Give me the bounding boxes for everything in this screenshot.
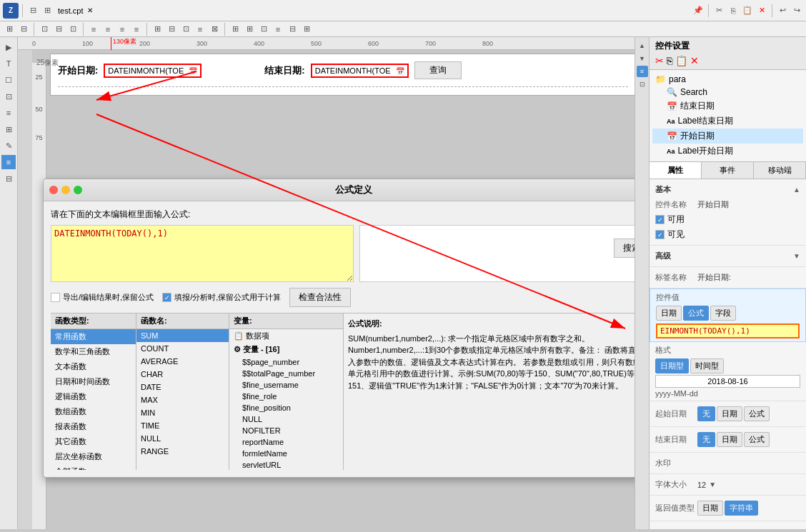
tab-mobile[interactable]: 移动端 — [754, 162, 806, 179]
var-servleturl[interactable]: servletURL — [229, 459, 343, 470]
end-none-btn[interactable]: 无 — [697, 432, 715, 447]
func-type-math[interactable]: 数学和三角函数 — [51, 344, 136, 359]
tb20[interactable]: ⊞ — [300, 23, 313, 36]
var-nofilter[interactable]: NOFILTER — [229, 425, 343, 436]
section-basic-arrow[interactable]: ▲ — [793, 186, 800, 194]
start-formula-btn[interactable]: 公式 — [744, 406, 770, 421]
tb18[interactable]: ≡ — [272, 23, 284, 36]
start-date-btn[interactable]: 日期 — [717, 406, 742, 421]
func-type-other[interactable]: 其它函数 — [51, 434, 136, 449]
grid-btn[interactable]: ⊞ — [3, 23, 16, 36]
tree-item-start-date[interactable]: 📅 开始日期 — [652, 129, 803, 144]
grid-btn2[interactable]: ⊟ — [17, 23, 30, 36]
formula-text-input[interactable]: DATEINMONTH(TODAY(),1) — [51, 225, 354, 282]
func-name-range[interactable]: RANGE — [136, 445, 229, 458]
var-data-items[interactable]: 📋 数据项 — [229, 329, 343, 343]
var-username[interactable]: $fine_username — [229, 379, 343, 391]
tb15[interactable]: ⊞ — [229, 23, 242, 36]
tb12[interactable]: ⊡ — [179, 23, 192, 36]
func-type-logic[interactable]: 逻辑函数 — [51, 389, 136, 404]
toolbar-undo[interactable]: ↩ — [776, 4, 789, 17]
usable-checkbox[interactable] — [655, 215, 665, 224]
vert-btn-3[interactable]: ≡ — [637, 66, 648, 77]
ctrl-formula-input[interactable]: EINMONTH(TODAY(),1) — [656, 323, 800, 338]
tb19[interactable]: ⊟ — [286, 23, 299, 36]
toolbar-copy[interactable]: ⎘ — [727, 4, 740, 17]
var-formletname[interactable]: formletName — [229, 448, 343, 459]
func-type-date[interactable]: 日期和时间函数 — [51, 374, 136, 389]
func-name-char[interactable]: CHAR — [136, 368, 229, 381]
func-type-text[interactable]: 文本函数 — [51, 359, 136, 374]
func-name-average[interactable]: AVERAGE — [136, 355, 229, 368]
end-date-icon[interactable]: 📅 — [396, 67, 404, 75]
left-btn-1[interactable]: ▶ — [1, 40, 16, 54]
ctrl-value-formula-tab[interactable]: 公式 — [683, 306, 709, 321]
tb6[interactable]: ≡ — [87, 23, 100, 36]
left-btn-7[interactable]: ✎ — [1, 139, 16, 153]
panel-copy-icon[interactable]: ⎘ — [667, 55, 672, 66]
tb9[interactable]: ≡ — [130, 23, 143, 36]
tb14[interactable]: ⊠ — [208, 23, 221, 36]
tab-events[interactable]: 事件 — [702, 162, 754, 179]
tb11[interactable]: ⊟ — [165, 23, 178, 36]
var-total-page[interactable]: $$totalPage_number — [229, 368, 343, 379]
toolbar-btn-1[interactable]: ⊟ — [26, 4, 39, 17]
func-name-min[interactable]: MIN — [136, 406, 229, 419]
left-btn-5[interactable]: ≡ — [1, 106, 16, 120]
func-type-all[interactable]: 全部函数 — [51, 464, 136, 470]
start-date-widget[interactable]: DATEINMONTH(TOE 📅 — [104, 64, 201, 78]
ctrl-value-field-tab[interactable]: 字段 — [710, 306, 736, 321]
format-time-type[interactable]: 时间型 — [690, 358, 724, 373]
tb7[interactable]: ≡ — [101, 23, 114, 36]
var-page-number[interactable]: $$page_number — [229, 356, 343, 368]
func-name-date[interactable]: DATE — [136, 381, 229, 393]
tree-item-label-end[interactable]: Aa Label结束日期 — [652, 114, 803, 129]
vert-btn-2[interactable]: ▼ — [637, 53, 648, 64]
tree-item-para[interactable]: 📁 para — [652, 73, 803, 86]
var-group-vars[interactable]: ⚙ 变量 - [16] — [229, 343, 343, 356]
tree-item-search[interactable]: 🔍 Search — [652, 86, 803, 99]
toolbar-paste[interactable]: 📋 — [741, 4, 754, 17]
visible-checkbox[interactable] — [655, 230, 665, 239]
ctrl-value-date-tab[interactable]: 日期 — [656, 306, 682, 321]
tb17[interactable]: ⊡ — [257, 23, 270, 36]
tb4[interactable]: ⊟ — [52, 23, 65, 36]
func-name-time[interactable]: TIME — [136, 419, 229, 432]
toolbar-cut[interactable]: ✂ — [712, 4, 725, 17]
vert-btn-4[interactable]: ⊡ — [637, 79, 648, 90]
tree-item-end-date[interactable]: 📅 结束日期 — [652, 99, 803, 114]
func-name-max[interactable]: MAX — [136, 393, 229, 406]
left-btn-3[interactable]: ☐ — [1, 73, 16, 87]
validate-button[interactable]: 检查合法性 — [289, 288, 351, 307]
export-checkbox[interactable] — [51, 293, 60, 302]
dialog-min-btn[interactable] — [61, 186, 70, 194]
fill-checkbox[interactable] — [162, 293, 171, 302]
return-string-btn[interactable]: 字符串 — [725, 501, 758, 516]
tab-close-btn[interactable]: ✕ — [87, 6, 93, 14]
panel-delete-icon[interactable]: ✕ — [690, 55, 699, 66]
left-btn-2[interactable]: T — [1, 56, 16, 71]
func-name-null[interactable]: NULL — [136, 432, 229, 445]
start-date-icon[interactable]: 📅 — [189, 67, 197, 75]
toolbar-pin[interactable]: 📌 — [692, 4, 705, 17]
tb8[interactable]: ≡ — [116, 23, 129, 36]
toolbar-btn-2[interactable]: ⊞ — [41, 4, 54, 17]
left-btn-6[interactable]: ⊞ — [1, 122, 16, 136]
func-name-count[interactable]: COUNT — [136, 342, 229, 355]
func-name-sum[interactable]: SUM — [136, 329, 229, 342]
left-btn-8[interactable]: ≡ — [1, 155, 16, 169]
var-reportname[interactable]: reportName — [229, 436, 343, 448]
toolbar-delete[interactable]: ✕ — [755, 4, 768, 17]
dialog-close-btn[interactable] — [49, 186, 58, 194]
tb13[interactable]: ≡ — [194, 23, 207, 36]
dialog-max-btn[interactable] — [74, 186, 82, 194]
var-position[interactable]: $fine_position — [229, 402, 343, 413]
tb16[interactable]: ⊞ — [243, 23, 256, 36]
var-null[interactable]: NULL — [229, 413, 343, 425]
left-btn-4[interactable]: ⊡ — [1, 89, 16, 104]
search-button[interactable]: 搜索 — [614, 239, 635, 258]
func-type-common[interactable]: 常用函数 — [51, 329, 136, 344]
panel-paste-icon[interactable]: 📋 — [675, 55, 687, 66]
start-none-btn[interactable]: 无 — [697, 406, 715, 421]
end-formula-btn[interactable]: 公式 — [744, 432, 770, 447]
